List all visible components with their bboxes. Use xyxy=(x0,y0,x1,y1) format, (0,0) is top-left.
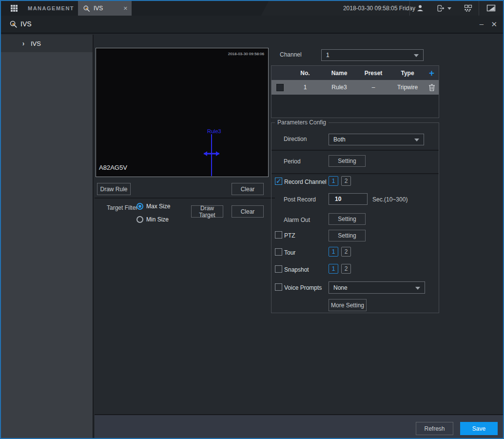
col-header-preset: Preset xyxy=(356,70,390,77)
voice-prompts-checkbox[interactable] xyxy=(275,283,282,291)
ivs-title-icon xyxy=(9,20,18,28)
qr-code-button[interactable] xyxy=(458,4,479,12)
record-channel-checkbox[interactable] xyxy=(275,178,282,185)
period-label: Period xyxy=(284,158,301,165)
sidebar-item-label: IVS xyxy=(31,40,41,47)
delete-rule-button[interactable] xyxy=(425,84,439,91)
post-record-input[interactable] xyxy=(329,193,368,205)
save-button[interactable]: Save xyxy=(460,422,498,435)
management-label[interactable]: MANAGEMENT xyxy=(28,1,74,16)
page-title: IVS xyxy=(20,16,32,34)
tour-label: Tour xyxy=(284,249,295,256)
record-channel-label: Record Channel xyxy=(284,179,327,185)
channel-label: Channel xyxy=(280,51,302,58)
qr-code-icon xyxy=(464,4,472,12)
rules-table-header: No. Name Preset Type + xyxy=(271,66,439,80)
content-area: 2018-03-30 09:58:06 A82AG5V Rule3 Draw R… xyxy=(95,35,503,438)
alarm-out-setting-button[interactable]: Setting xyxy=(329,213,366,225)
record-channel-1-button[interactable]: 1 xyxy=(329,176,338,186)
sidebar: › IVS xyxy=(1,35,94,438)
voice-prompts-dropdown[interactable]: None xyxy=(329,281,425,294)
user-button[interactable] xyxy=(410,4,430,12)
col-header-name: Name xyxy=(322,70,356,77)
record-channel-buttons: 1 2 xyxy=(329,176,351,186)
snapshot-label: Snapshot xyxy=(284,266,309,273)
tour-checkbox[interactable] xyxy=(275,248,282,256)
direction-dropdown[interactable]: Both xyxy=(329,134,424,145)
draw-target-button[interactable]: Draw Target xyxy=(191,205,223,218)
app-window: MANAGEMENT IVS ✕ 2018-03-30 09:58:05 Fri… xyxy=(0,0,504,439)
voice-prompts-label: Voice Prompts xyxy=(284,284,322,291)
ptz-setting-button[interactable]: Setting xyxy=(329,230,366,241)
tripwire-rule-overlay[interactable]: Rule3 xyxy=(96,48,268,177)
logout-button[interactable] xyxy=(430,4,458,12)
ptz-label: PTZ xyxy=(284,232,295,239)
user-icon xyxy=(416,4,424,12)
svg-text:Rule3: Rule3 xyxy=(207,128,221,134)
body: › IVS 2018-03-30 09:58:06 A82AG5V Rule3 … xyxy=(1,35,503,438)
ivs-tab-icon xyxy=(83,5,90,12)
snapshot-channel-buttons: 1 2 xyxy=(329,264,351,274)
alarm-out-label: Alarm Out xyxy=(284,217,310,223)
max-size-label: Max Size xyxy=(146,203,170,210)
table-row[interactable]: 1 Rule3 – Tripwire xyxy=(271,80,439,95)
clear-target-button[interactable]: Clear xyxy=(232,205,264,218)
channel-dropdown[interactable]: 1 xyxy=(321,49,424,61)
period-setting-button[interactable]: Setting xyxy=(329,155,366,167)
snapshot-channel-2-button[interactable]: 2 xyxy=(341,264,351,274)
rules-table: No. Name Preset Type + 1 Rule3 – Tripwir… xyxy=(271,65,439,118)
apps-grid-icon xyxy=(11,5,18,12)
tab-ivs[interactable]: IVS ✕ xyxy=(78,1,132,16)
divider xyxy=(271,150,439,151)
min-size-radio[interactable]: Min Size xyxy=(136,216,169,223)
radio-selected-icon xyxy=(136,203,143,210)
tour-channel-buttons: 1 2 xyxy=(329,247,351,257)
tab-label: IVS xyxy=(94,5,103,12)
chevron-right-icon: › xyxy=(22,40,24,48)
ptz-checkbox[interactable] xyxy=(275,231,282,239)
tour-channel-2-button[interactable]: 2 xyxy=(341,247,351,257)
post-record-unit-label: Sec.(10~300) xyxy=(372,196,407,203)
apps-menu-button[interactable] xyxy=(8,4,20,13)
rule-preset: – xyxy=(356,84,390,91)
clear-rule-button[interactable]: Clear xyxy=(232,183,264,195)
col-header-no: No. xyxy=(288,70,322,77)
add-rule-button[interactable]: + xyxy=(429,68,434,78)
sidebar-item-ivs[interactable]: › IVS xyxy=(1,35,93,52)
rule-name: Rule3 xyxy=(322,84,356,91)
divider xyxy=(95,198,275,199)
tab-close-icon[interactable]: ✕ xyxy=(123,5,128,12)
target-filter-label: Target Filter xyxy=(107,204,137,211)
footer-bar: Refresh Save xyxy=(95,414,503,438)
close-icon[interactable]: ✕ xyxy=(491,16,497,33)
chevron-down-icon xyxy=(414,139,419,141)
parameters-config-group: Parameters Config Direction Both Period … xyxy=(271,122,439,313)
post-record-label: Post Record xyxy=(284,196,316,203)
rule-no: 1 xyxy=(288,84,322,91)
window-title-bar: IVS – ✕ xyxy=(1,16,503,34)
chevron-down-icon xyxy=(415,287,420,290)
minimize-icon[interactable]: – xyxy=(480,16,484,33)
logout-icon xyxy=(437,4,445,12)
min-size-label: Min Size xyxy=(146,216,169,223)
more-setting-button[interactable]: More Setting xyxy=(329,299,367,311)
refresh-button[interactable]: Refresh xyxy=(416,422,453,435)
direction-label: Direction xyxy=(284,136,307,142)
display-icon xyxy=(486,4,496,12)
video-preview[interactable]: 2018-03-30 09:58:06 A82AG5V Rule3 xyxy=(96,48,269,177)
logout-caret-icon xyxy=(447,7,451,10)
max-size-radio[interactable]: Max Size xyxy=(136,203,170,210)
trash-icon xyxy=(428,84,435,91)
rule-type: Tripwire xyxy=(390,84,425,91)
row-checkbox[interactable] xyxy=(276,84,284,91)
display-output-button[interactable] xyxy=(479,4,503,12)
voice-prompts-value: None xyxy=(333,284,348,291)
draw-rule-button[interactable]: Draw Rule xyxy=(97,183,131,195)
snapshot-channel-1-button[interactable]: 1 xyxy=(329,264,338,274)
record-channel-2-button[interactable]: 2 xyxy=(341,176,351,186)
system-datetime: 2018-03-30 09:58:05 Friday xyxy=(343,1,415,16)
top-bar: MANAGEMENT IVS ✕ 2018-03-30 09:58:05 Fri… xyxy=(1,1,503,16)
snapshot-checkbox[interactable] xyxy=(275,265,282,273)
tour-channel-1-button[interactable]: 1 xyxy=(329,247,338,257)
chevron-down-icon xyxy=(414,54,419,57)
